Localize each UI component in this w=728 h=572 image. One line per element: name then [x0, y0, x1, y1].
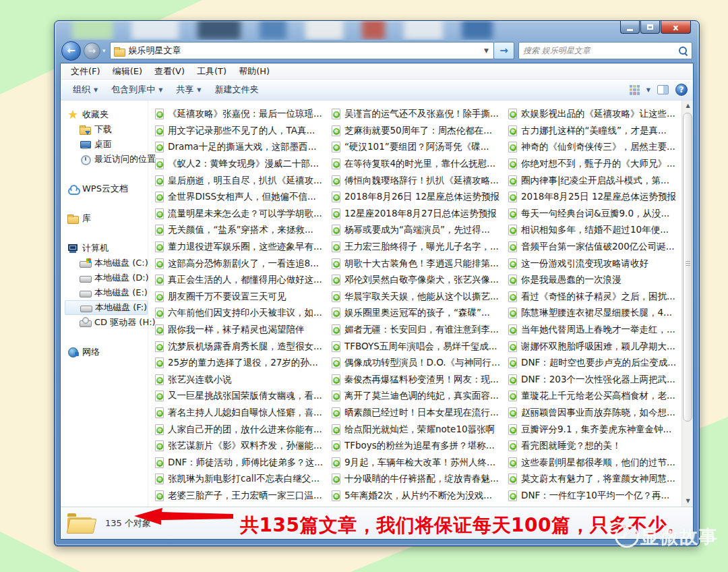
file-item[interactable]: e你绝对想不到，甄子丹的《大师兄》... — [508, 156, 681, 173]
vertical-scrollbar[interactable]: ▲ ▼ — [681, 101, 693, 507]
sidebar-item[interactable]: 最近访问的位置 — [65, 152, 148, 167]
views-dropdown-icon[interactable]: ▼ — [646, 87, 650, 93]
file-item[interactable]: e莫文蔚太有魅力了，将童颜女神周慧... — [508, 471, 681, 488]
file-item[interactable]: e12星座2018年8月27日总体运势预报 — [332, 206, 508, 223]
sidebar-item[interactable]: 下载 — [65, 122, 148, 137]
sidebar-item[interactable]: 本地磁盘 (C:) — [65, 256, 148, 270]
preview-pane-icon[interactable] — [657, 85, 669, 94]
file-item[interactable]: e《蚁人2：黄蜂女现身》漫威二十部... — [155, 156, 332, 173]
file-item[interactable]: e谢娜怀双胞胎呼吸困难，颖儿孕期大... — [508, 338, 681, 355]
file-item[interactable]: e看过《奇怪的袜子精灵》之后，困扰... — [508, 289, 681, 306]
file-item[interactable]: e华晨宇取关天娱，他能从这个以撕艺... — [332, 289, 508, 306]
file-item[interactable]: e娱乐圈里奥运冠军的孩子，“森碟”... — [332, 305, 508, 322]
file-item[interactable]: e流量明星未来怎么走？可以学学胡歌... — [155, 206, 332, 223]
file-item[interactable]: e欢娱影视出品的《延禧攻略》让这些... — [508, 106, 681, 123]
file-item[interactable]: e张凯琳为新电影打call不忘表白继父... — [155, 471, 332, 488]
file-item[interactable]: e六年前他们因支持印小天被非议，如... — [155, 305, 332, 322]
file-item[interactable]: e豆瓣评分9.1，集齐姜虎东神童金钟... — [508, 421, 681, 438]
file-item[interactable]: e老婆三胎产子，王力宏晒一家三口温... — [155, 488, 332, 505]
search-box[interactable]: 搜索 娱乐明星文章 — [518, 42, 692, 59]
file-item[interactable]: e邓伦刘昊然白敬亭像柴犬，张艺兴像... — [332, 272, 508, 289]
menu-item[interactable]: 查看(V) — [148, 65, 191, 78]
file-item[interactable]: eDNF：一件红字10平均一个亿？再... — [508, 488, 681, 505]
file-item[interactable]: e9月起，车辆年检大改革！苏州人终... — [332, 454, 508, 471]
address-bar[interactable]: 娱乐明星文章 ▼ — [110, 42, 494, 59]
nav-history-dropdown-icon[interactable]: ▾ — [102, 47, 106, 54]
file-item[interactable]: e2018年8月26日 12星座总体运势预报 — [332, 189, 508, 206]
change-view-icon[interactable] — [630, 85, 640, 95]
forward-button[interactable]: → — [84, 42, 100, 59]
file-item[interactable]: eDrama十足的撕逼大戏，这部墨西... — [155, 139, 332, 156]
sidebar-item[interactable]: 本地磁盘 (E:) — [65, 285, 148, 300]
file-item[interactable]: e2018年8月25日 12星座总体运势预报 — [508, 189, 681, 206]
file-item[interactable]: e离开了莫兰迪色调的纯妃，真实面容... — [332, 388, 508, 405]
file-item[interactable]: e芝麻街就要50周年了：周杰伦都在... — [332, 123, 508, 140]
file-item[interactable]: e十分吸睛的牛仔裤搭配，绽放青春魅... — [332, 471, 508, 488]
file-item[interactable]: e朋友圈千万不要设置三天可见 — [155, 289, 332, 306]
file-item[interactable]: eDNF：超时空也要步卢克的后尘变成... — [508, 355, 681, 372]
file-item[interactable]: e吴谨言的运气还不及张嘉倪！除手撕... — [332, 106, 508, 123]
file-item[interactable]: e在等待复联4的时光里，靠什么抚慰... — [332, 156, 508, 173]
file-item[interactable]: e人家自己开的团，放什么进来你能有... — [155, 421, 332, 438]
file-item[interactable]: e这些泰剧明星都很孝顺，他们的过节... — [508, 454, 681, 471]
file-item[interactable]: e“硬汉101”要组团？阿汤哥凭《碟... — [332, 139, 508, 156]
file-item[interactable]: e全世界DISS女相声人，但她偏不信... — [155, 189, 332, 206]
file-item[interactable]: e晒素颜已经过时！日本女星现在流行... — [332, 405, 508, 422]
sidebar-item[interactable]: CD 驱动器 (H:) — [65, 315, 148, 330]
go-button[interactable]: → — [494, 42, 514, 59]
sidebar-item[interactable]: 网络 — [65, 345, 148, 360]
file-item[interactable]: e25岁的董力选择了退役，27岁的孙... — [155, 355, 332, 372]
file-item[interactable]: eDNF：203个一次性强化器上两把武... — [508, 372, 681, 389]
file-item[interactable]: e偶像成功转型演员！D.O.《与神同行... — [332, 355, 508, 372]
file-item[interactable]: e媚者无疆：长安回归，有谁注意到李... — [332, 322, 508, 339]
file-item[interactable]: e看完图就睡觉？想的美！ — [508, 438, 681, 455]
file-item[interactable]: e杨幂或要成为“高端演员”，先过得... — [332, 222, 508, 239]
maximize-button[interactable] — [640, 21, 660, 34]
file-item[interactable]: e秦俊杰再爆猛料秒变渣男！网友：现... — [332, 372, 508, 389]
file-item[interactable]: e这部高分恐怖新剧火了，一看连追8... — [155, 255, 332, 272]
scrollbar-thumb[interactable] — [683, 113, 692, 422]
file-item[interactable]: e相识相知多年，结婚不超过10年便... — [508, 222, 681, 239]
file-item[interactable]: e胡歌十大古装角色！李逍遥只能排第... — [332, 255, 508, 272]
menu-item[interactable]: 帮助(H) — [233, 65, 276, 78]
file-item[interactable]: e张艺谋新片《影》双料齐发，孙俪能... — [155, 438, 332, 455]
toolbar-button-1[interactable]: 组织▼ — [66, 82, 104, 98]
sidebar-item[interactable]: 收藏夹 — [65, 107, 148, 122]
sidebar-item[interactable]: 计算机 — [65, 241, 148, 256]
file-item[interactable]: e5年离婚2次，从片约不断沦为没戏... — [332, 488, 508, 505]
file-item[interactable]: e董璇花上千元给老公买高档食材，老... — [508, 388, 681, 405]
sidebar-item[interactable]: 本地磁盘 (D:) — [65, 270, 148, 285]
help-icon[interactable]: ? — [675, 84, 688, 96]
file-item[interactable]: e用文字记录那些不见了的人，TA真... — [155, 123, 332, 140]
file-item[interactable]: e无关颜值，“盐系”穿搭术，来拯救... — [155, 222, 332, 239]
file-item[interactable]: eTFBOYS五周年演唱会，易烊千玺成... — [332, 338, 508, 355]
file-item[interactable]: e音频平台第一家估值破200亿公司诞... — [508, 239, 681, 256]
file-item[interactable]: e神奇的《仙剑奇侠传三》，居然主要... — [508, 139, 681, 156]
file-item[interactable]: e当年她代替周迅上春晚才一举走红，... — [508, 322, 681, 339]
scroll-down-icon[interactable]: ▼ — [682, 496, 693, 507]
file-item[interactable]: e沈梦辰机场露香肩秀长腿，造型很女... — [155, 338, 332, 355]
file-item[interactable]: e给点阳光就灿烂，荣耀note10嚣张啊 — [332, 421, 508, 438]
file-item[interactable]: e跟你我一样，袜子精灵也渴望陪伴 — [155, 322, 332, 339]
file-item[interactable]: e你是我最愚蠢的一次浪漫 — [508, 272, 681, 289]
sidebar-item[interactable]: WPS云文档 — [65, 181, 148, 196]
file-item[interactable]: e每天一句经典台词&豆瓣9.0，从没... — [508, 206, 681, 223]
file-item[interactable]: e王力宏三胎终得子，曝光儿子名字，... — [332, 239, 508, 256]
toolbar-button-3[interactable]: 共享▼ — [169, 82, 208, 98]
file-item[interactable]: e陈慧琳塑腰连衣裙尽显细腰长腿，4... — [508, 305, 681, 322]
file-item[interactable]: e古力娜扎这样的“美瞳线”，才是真... — [508, 123, 681, 140]
file-item[interactable]: eDNF：师徒活动，师傅比徒弟多？这... — [155, 454, 332, 471]
close-button[interactable]: x — [661, 21, 691, 34]
menu-item[interactable]: 文件(F) — [65, 65, 107, 78]
file-item[interactable]: e皇后崩逝，明玉自尽，扒扒《延禧攻... — [155, 172, 332, 189]
file-item[interactable]: e圈内律事|纪凌尘开启战斗模式，第... — [508, 172, 681, 189]
menu-item[interactable]: 编辑(E) — [107, 65, 148, 78]
toolbar-button-4[interactable]: 新建文件夹 — [208, 82, 265, 98]
file-item[interactable]: e董力退役进军娱乐圈，这些迹象早有... — [155, 239, 332, 256]
toolbar-button-2[interactable]: 包含到库中▼ — [104, 82, 169, 98]
minimize-button[interactable] — [620, 21, 640, 34]
scroll-up-icon[interactable]: ▲ — [682, 101, 693, 111]
file-item[interactable]: e赵丽颖曾因事业而放弃陈晓，如今想... — [508, 405, 681, 422]
menu-item[interactable]: 工具(T) — [191, 65, 233, 78]
file-item[interactable]: e著名主持人儿媳妇自曝惊人怪癖，喜... — [155, 405, 332, 422]
